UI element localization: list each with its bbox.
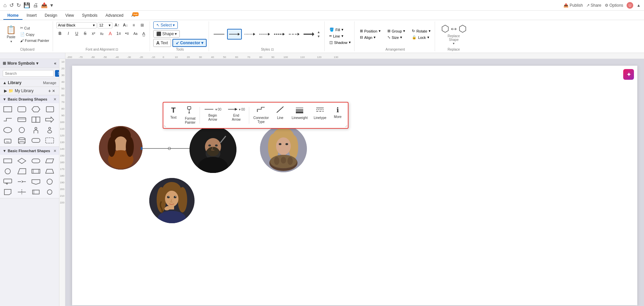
fill-btn[interactable]: 🪣 Fill ▾ <box>328 27 352 33</box>
shape-rounded-rect2[interactable] <box>30 136 42 145</box>
save-icon[interactable]: 💾 <box>23 2 30 8</box>
underline-btn[interactable]: U <box>73 30 80 37</box>
fc-data[interactable] <box>44 156 55 166</box>
shape-rect2[interactable] <box>16 115 28 124</box>
ct-connector-type-btn[interactable]: ConnectorType <box>251 105 271 125</box>
shadow-btn[interactable]: ◫ Shadow ▾ <box>328 40 352 45</box>
format-painter-btn[interactable]: 🖌 Format Painter <box>19 38 51 43</box>
italic-btn[interactable]: I <box>65 30 72 37</box>
search-btn[interactable]: Search <box>55 70 59 77</box>
position-btn[interactable]: ⊞ Position ▾ <box>358 28 383 34</box>
rotate-btn[interactable]: ↻ Rotate ▾ <box>410 28 432 34</box>
superscript-btn[interactable]: x² <box>90 30 97 37</box>
export-icon[interactable]: 📤 <box>41 2 48 8</box>
case-toggle-btn[interactable]: Aa <box>132 30 139 37</box>
fc-trapezoid[interactable] <box>44 167 55 176</box>
style-arrow6-btn[interactable] <box>302 29 316 39</box>
tab-insert[interactable]: Insert <box>22 12 41 20</box>
fc-decision[interactable] <box>16 156 28 166</box>
ct-lineweight-btn[interactable]: Lineweight <box>289 105 310 121</box>
fc-partial1[interactable] <box>16 187 28 197</box>
sidebar-collapse-icon[interactable]: « <box>54 61 56 66</box>
ct-begin-arrow-btn[interactable]: ▾ 00 BeginArrow <box>202 105 223 123</box>
fc-offpage[interactable] <box>30 177 42 186</box>
tab-symbols[interactable]: Symbols <box>78 12 102 20</box>
bold-btn[interactable]: B <box>56 30 64 37</box>
group-btn[interactable]: ⊞ Group ▾ <box>385 28 408 34</box>
redo-icon[interactable]: ↻ <box>16 2 21 8</box>
canvas[interactable]: T Text FormatPainter <box>72 66 637 305</box>
tab-view[interactable]: View <box>61 12 78 20</box>
style-arrow2-btn[interactable] <box>243 29 257 39</box>
style-arrow5-btn[interactable] <box>287 29 301 39</box>
shape-person2[interactable] <box>44 125 55 135</box>
publish-btn[interactable]: 📤 Publish <box>564 3 583 8</box>
list-ordered-btn[interactable]: 1≡ <box>115 30 122 37</box>
fc-circle3[interactable] <box>44 187 55 197</box>
fc-manual[interactable] <box>16 167 28 176</box>
ct-line-btn[interactable]: Line <box>273 105 287 121</box>
shape-person[interactable] <box>30 125 42 135</box>
my-library-close-icon[interactable]: × <box>52 88 55 94</box>
shape-circle[interactable] <box>16 125 28 135</box>
fc-note[interactable] <box>2 187 13 197</box>
scroll-up-icon[interactable]: ▲ <box>317 30 322 34</box>
my-library-item[interactable]: ▶ 📁 My Library + × <box>0 87 59 95</box>
strikethrough-btn[interactable]: S <box>82 30 89 37</box>
fc-rect3[interactable] <box>30 187 42 197</box>
basic-drawing-close-icon[interactable]: × <box>54 97 56 102</box>
cut-btn[interactable]: ✂ Cut <box>19 25 51 31</box>
replace-shape-btn[interactable]: ⬡↔⬡ ReplaceShape ▾ <box>438 22 469 47</box>
basic-flowchart-header[interactable]: ▼ Basic Flowchart Shapes × <box>0 147 59 155</box>
share-btn[interactable]: ↗ Share <box>586 3 601 8</box>
manage-icon[interactable]: Manage <box>43 81 56 85</box>
shape-rect-rounded[interactable] <box>16 105 28 114</box>
fc-terminal[interactable] <box>30 156 42 166</box>
ct-more-btn[interactable]: ℹ More <box>330 105 345 120</box>
shape-ellipse[interactable] <box>2 125 13 135</box>
subscript-btn[interactable]: x₂ <box>98 30 106 37</box>
text-tool-btn[interactable]: A Text <box>153 39 171 47</box>
undo-icon[interactable]: ↺ <box>9 2 14 8</box>
my-library-add-icon[interactable]: + <box>48 88 51 94</box>
shape-badge[interactable]: Yes <box>2 136 13 145</box>
shape-arrow-right[interactable] <box>44 115 55 124</box>
more-icon[interactable]: ▾ <box>50 2 53 8</box>
style-arrow4-btn[interactable] <box>273 29 286 39</box>
ct-linetype-btn[interactable]: Linetype <box>312 105 328 121</box>
list-unordered-btn[interactable]: •≡ <box>123 30 131 37</box>
fc-line[interactable] <box>16 177 28 186</box>
line-btn[interactable]: ━ Line ▾ <box>328 33 352 39</box>
paste-btn[interactable]: 📋 Paste ▾ <box>4 24 18 45</box>
tab-advanced[interactable]: Advanced <box>102 12 127 20</box>
align-btn[interactable]: ⊟ Align ▾ <box>358 35 383 40</box>
fc-circle[interactable] <box>2 167 13 176</box>
font-expand-icon[interactable]: ⊡ <box>115 48 118 51</box>
font-size-increase-btn[interactable]: A↑ <box>113 21 121 29</box>
connector-btn[interactable]: ↙ Connector ▾ <box>172 39 207 47</box>
fc-process[interactable] <box>2 156 13 166</box>
shape-step[interactable] <box>2 115 13 124</box>
paragraph-expand-btn[interactable]: ⊞ <box>139 21 146 29</box>
basic-flowchart-close-icon[interactable]: × <box>54 148 56 154</box>
search-input[interactable] <box>3 70 54 77</box>
font-family-dropdown[interactable]: Arial Black▾ <box>56 22 97 28</box>
collapse-icon[interactable]: ▲ <box>637 3 641 8</box>
print-icon[interactable]: 🖨 <box>33 2 38 8</box>
fc-circle2[interactable] <box>44 177 55 186</box>
fc-callout[interactable] <box>2 177 13 186</box>
shape-scroll[interactable] <box>44 105 55 114</box>
paragraph-align-btn[interactable]: ≡ <box>130 21 138 29</box>
select-btn[interactable]: ↖ Select ▾ <box>153 21 178 29</box>
scroll-down-icon[interactable]: ▼ <box>317 35 322 38</box>
shape-hexagon[interactable] <box>30 105 42 114</box>
shape-striped-rect[interactable] <box>30 115 42 124</box>
lock-btn[interactable]: 🔒 Lock ▾ <box>410 35 432 40</box>
copy-btn[interactable]: 📄 Copy <box>19 32 51 37</box>
tab-ai[interactable]: AIhot <box>127 12 139 20</box>
styles-scroll[interactable]: ▲ ▼ <box>317 30 322 38</box>
ct-end-arrow-btn[interactable]: ▾ 00 EndArrow <box>225 105 247 123</box>
shape-rect[interactable] <box>2 105 13 114</box>
tab-home[interactable]: Home <box>3 12 22 20</box>
basic-drawing-header[interactable]: ▼ Basic Drawing Shapes × <box>0 95 59 103</box>
